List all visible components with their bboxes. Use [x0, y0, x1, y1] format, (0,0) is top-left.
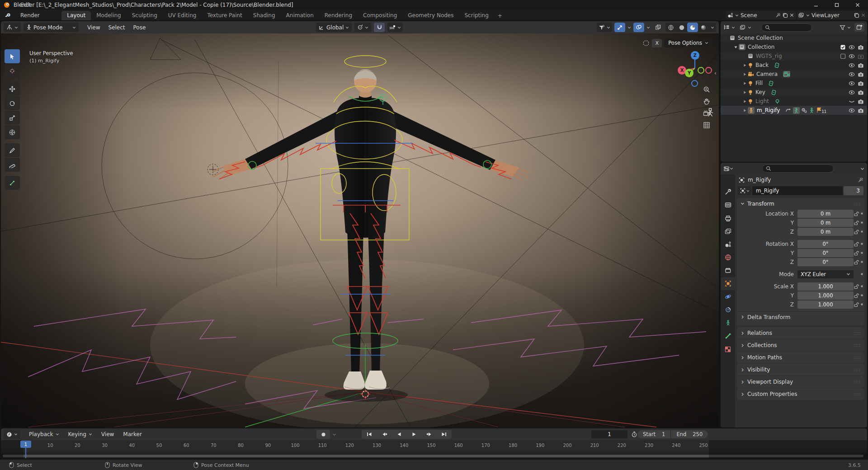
eye-open-icon[interactable] [847, 44, 856, 50]
properties-editor-icon[interactable] [723, 166, 730, 172]
eye-open-icon[interactable] [847, 108, 856, 113]
outliner-row-m_rigify[interactable]: m_Rigify11 [721, 106, 867, 115]
lock-open-icon[interactable] [854, 241, 859, 247]
chevron-down-icon[interactable] [627, 26, 631, 29]
add-workspace-button[interactable]: + [494, 11, 506, 20]
outliner-editor-icon[interactable] [723, 24, 730, 30]
axis-y-neg-button[interactable] [698, 67, 704, 74]
animate-dot-icon[interactable] [859, 303, 864, 306]
skip-start-button[interactable] [362, 430, 377, 438]
show-gizmo-toggle[interactable] [614, 23, 625, 32]
pivot-point-selector[interactable] [354, 23, 371, 32]
chevron-down-icon[interactable] [860, 167, 864, 171]
tweak-select-icon[interactable] [5, 49, 20, 63]
key-prev-button[interactable] [377, 430, 392, 438]
timeline-editor-type-button[interactable] [4, 430, 20, 439]
zoom-icon[interactable] [703, 86, 710, 93]
snap-settings[interactable] [387, 23, 403, 32]
value-field[interactable]: 0° [797, 240, 854, 248]
animate-dot-icon[interactable] [859, 221, 864, 224]
mode-selector[interactable]: Pose Mode [24, 23, 79, 32]
axis-y-button[interactable]: Y [685, 69, 693, 77]
mode-dropdown[interactable]: XYZ Euler [797, 270, 854, 278]
properties-tab-collection[interactable] [721, 264, 735, 277]
playhead[interactable]: 1 [20, 441, 31, 448]
start-frame-field[interactable]: Start 1 [637, 430, 670, 438]
eye-open-icon[interactable] [847, 71, 856, 77]
object-id-icon[interactable] [738, 186, 751, 195]
viewlayer-selector[interactable]: ViewLayer [797, 11, 867, 19]
properties-tab-armature-data[interactable] [721, 316, 735, 329]
tab-animation[interactable]: Animation [281, 11, 319, 20]
properties-tab-view-layer[interactable] [721, 225, 735, 238]
lock-open-icon[interactable] [854, 293, 859, 298]
viewport-menu-select[interactable]: Select [104, 23, 129, 32]
value-field[interactable]: 1.000 [797, 301, 854, 309]
outliner-row-camera[interactable]: Camera [721, 70, 867, 79]
pin-icon[interactable] [858, 177, 863, 183]
section-viewport-display[interactable]: Viewport Display:::: [737, 376, 864, 388]
pose-options-dropdown[interactable]: Pose Options [664, 38, 712, 47]
timeline-menu-view[interactable]: View [97, 430, 118, 439]
value-field[interactable]: 0 m [797, 228, 854, 236]
viewport-canvas[interactable] [1, 33, 719, 428]
chevron-down-icon[interactable] [646, 26, 650, 29]
annotate-icon[interactable] [5, 143, 20, 157]
value-field[interactable]: 0 m [797, 219, 854, 227]
auto-key-settings-chevron[interactable] [332, 432, 336, 437]
tab-geometry-nodes[interactable]: Geometry Nodes [402, 11, 459, 20]
scene-selector[interactable]: Scene [726, 11, 796, 19]
remove-viewlayer-icon[interactable] [861, 13, 865, 17]
transform-panel-header[interactable]: Transform :::: [737, 198, 864, 209]
xray-toggle[interactable] [652, 23, 663, 32]
tab-texture-paint[interactable]: Texture Paint [202, 11, 247, 20]
rotate-icon[interactable] [5, 96, 20, 110]
value-field[interactable]: 0 m [797, 210, 854, 218]
editor-type-button[interactable] [4, 23, 21, 32]
camera-on-icon[interactable] [856, 62, 865, 68]
shading-wireframe-button[interactable] [665, 23, 676, 32]
value-field[interactable]: 0° [797, 249, 854, 257]
cursor-icon[interactable] [5, 64, 20, 78]
outliner-row-fill[interactable]: Fill [721, 79, 867, 88]
animate-dot-icon[interactable] [859, 230, 864, 233]
camera-on-icon[interactable] [856, 44, 865, 50]
eye-open-icon[interactable] [847, 89, 856, 95]
lock-open-icon[interactable] [854, 211, 859, 216]
chevron-down-icon[interactable] [709, 26, 716, 29]
camera-off-icon[interactable] [856, 53, 865, 59]
axis-z-button[interactable]: Z [691, 51, 699, 60]
unlink-scene-icon[interactable] [790, 13, 794, 17]
toggle-ortho-icon[interactable] [703, 122, 710, 129]
auto-key-button[interactable] [316, 430, 330, 439]
play-rev-button[interactable] [392, 430, 406, 438]
lock-open-icon[interactable] [854, 302, 859, 307]
pose-breakdowner-icon[interactable] [5, 176, 20, 190]
play-button[interactable] [407, 430, 421, 438]
value-field[interactable]: 0° [797, 258, 854, 266]
value-field[interactable]: 1.000 [797, 291, 854, 300]
tab-shading[interactable]: Shading [248, 11, 281, 20]
shading-rendered-button[interactable] [698, 23, 709, 32]
measure-icon[interactable] [5, 158, 20, 172]
properties-tab-scene[interactable] [721, 238, 735, 251]
camera-on-icon[interactable] [856, 89, 865, 95]
checkbox-checked-icon[interactable] [838, 44, 847, 50]
outliner-row-wgts_rig[interactable]: WGTS_rig [721, 52, 867, 61]
move-icon[interactable] [5, 82, 20, 96]
pan-hand-icon[interactable] [703, 98, 710, 105]
camera-on-icon[interactable] [856, 108, 865, 113]
timeline-menu-marker[interactable]: Marker [119, 430, 146, 439]
section-collections[interactable]: Collections:::: [737, 339, 864, 351]
shading-solid-button[interactable] [676, 23, 687, 32]
blender-menu-icon[interactable] [0, 10, 16, 20]
disclosure-right-icon[interactable] [741, 72, 748, 76]
snap-toggle[interactable] [374, 23, 385, 32]
disclosure-down-icon[interactable] [732, 45, 739, 49]
animate-dot-icon[interactable] [859, 260, 864, 263]
object-visibility-menu[interactable] [597, 23, 612, 32]
menu-edit[interactable]: Edit [16, 0, 46, 10]
lock-open-icon[interactable] [854, 250, 859, 256]
object-name-input[interactable]: m_Rigify [752, 186, 843, 195]
viewport-menu-view[interactable]: View [83, 23, 104, 32]
